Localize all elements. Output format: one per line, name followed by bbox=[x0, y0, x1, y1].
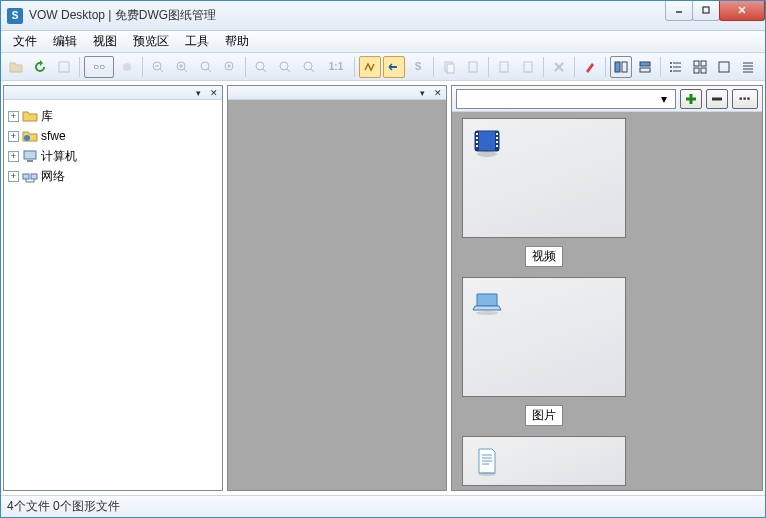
unknown-icon[interactable] bbox=[116, 56, 138, 78]
svg-rect-69 bbox=[476, 145, 478, 147]
app-icon: S bbox=[7, 8, 23, 24]
statusbar: 4个文件 0个图形文件 bbox=[1, 495, 765, 517]
expander-icon[interactable]: + bbox=[8, 171, 19, 182]
folder-icon bbox=[22, 108, 38, 124]
svg-line-21 bbox=[311, 69, 314, 72]
toolbar: ○○ 1:1 S bbox=[1, 53, 765, 81]
toggle-zigzag-icon[interactable] bbox=[359, 56, 381, 78]
svg-rect-66 bbox=[476, 133, 478, 135]
svg-point-5 bbox=[123, 63, 131, 71]
expander-icon[interactable]: + bbox=[8, 151, 19, 162]
status-text: 4个文件 0个图形文件 bbox=[7, 498, 120, 515]
network-icon bbox=[22, 168, 38, 184]
menu-edit[interactable]: 编辑 bbox=[45, 31, 85, 52]
svg-rect-51 bbox=[27, 160, 33, 162]
details-icon[interactable] bbox=[737, 56, 759, 78]
thumbnail-box bbox=[462, 436, 626, 486]
thumbnail-grid[interactable]: 视频 图片 bbox=[452, 112, 762, 490]
tree-node[interactable]: + 网络 bbox=[8, 166, 218, 186]
menu-file[interactable]: 文件 bbox=[5, 31, 45, 52]
video-icon bbox=[471, 127, 503, 159]
tree-node[interactable]: + 计算机 bbox=[8, 146, 218, 166]
remove-button[interactable] bbox=[706, 89, 728, 109]
grid-large-icon[interactable] bbox=[713, 56, 735, 78]
maximize-button[interactable] bbox=[692, 1, 720, 21]
tree-label: 计算机 bbox=[41, 148, 77, 165]
svg-rect-62 bbox=[747, 97, 749, 99]
folder-tree[interactable]: + 库 + sfwe + 计算机 + 网络 bbox=[4, 100, 222, 490]
layout-b-icon[interactable] bbox=[634, 56, 656, 78]
zoom-fit-icon[interactable] bbox=[53, 56, 75, 78]
zoom-reset-icon[interactable] bbox=[250, 56, 272, 78]
svg-line-10 bbox=[184, 69, 187, 72]
expander-icon[interactable]: + bbox=[8, 111, 19, 122]
thumbnail-item[interactable]: 视频 bbox=[462, 118, 626, 267]
delete-icon[interactable] bbox=[548, 56, 570, 78]
close-panel-icon[interactable]: ✕ bbox=[208, 87, 219, 98]
toggle-oo-icon[interactable]: ○○ bbox=[84, 56, 114, 78]
refresh-icon[interactable] bbox=[29, 56, 51, 78]
zoom-extent-icon[interactable] bbox=[274, 56, 296, 78]
menubar: 文件 编辑 视图 预览区 工具 帮助 bbox=[1, 31, 765, 53]
content-area: ▾ ✕ + 库 + sfwe + 计算机 bbox=[1, 81, 765, 495]
paste2-icon[interactable] bbox=[517, 56, 539, 78]
svg-rect-71 bbox=[496, 137, 498, 139]
thumbnail-item[interactable]: 图片 bbox=[462, 277, 626, 426]
separator bbox=[488, 57, 489, 77]
filter-combo[interactable]: ▾ bbox=[456, 89, 676, 109]
paste-icon[interactable] bbox=[493, 56, 515, 78]
clipboard-icon[interactable] bbox=[462, 56, 484, 78]
svg-rect-68 bbox=[476, 141, 478, 143]
separator bbox=[79, 57, 80, 77]
thumbnail-toolbar: ▾ bbox=[452, 86, 762, 112]
svg-rect-40 bbox=[694, 61, 699, 66]
menu-preview[interactable]: 预览区 bbox=[125, 31, 177, 52]
svg-point-20 bbox=[304, 62, 312, 70]
zoom-refresh-icon[interactable] bbox=[195, 56, 217, 78]
toggle-arrow-icon[interactable] bbox=[383, 56, 405, 78]
computer-icon bbox=[22, 148, 38, 164]
s-icon[interactable]: S bbox=[407, 56, 429, 78]
svg-point-38 bbox=[670, 66, 672, 68]
layout-a-icon[interactable] bbox=[610, 56, 632, 78]
svg-rect-31 bbox=[622, 62, 627, 72]
menu-help[interactable]: 帮助 bbox=[217, 31, 257, 52]
svg-point-74 bbox=[477, 151, 497, 157]
tree-node[interactable]: + sfwe bbox=[8, 126, 218, 146]
zoom-out-icon[interactable] bbox=[147, 56, 169, 78]
svg-point-80 bbox=[478, 472, 496, 476]
chevron-down-icon[interactable]: ▾ bbox=[657, 91, 671, 107]
zoom-left-icon[interactable] bbox=[219, 56, 241, 78]
close-button[interactable] bbox=[719, 1, 765, 21]
menu-view[interactable]: 视图 bbox=[85, 31, 125, 52]
svg-rect-44 bbox=[719, 62, 729, 72]
zoom-in-icon[interactable] bbox=[171, 56, 193, 78]
open-icon[interactable] bbox=[5, 56, 27, 78]
svg-rect-32 bbox=[640, 62, 650, 66]
ratio-label[interactable]: 1:1 bbox=[322, 56, 350, 78]
dropdown-icon[interactable]: ▾ bbox=[417, 87, 428, 98]
add-button[interactable] bbox=[680, 89, 702, 109]
menu-tools[interactable]: 工具 bbox=[177, 31, 217, 52]
dropdown-icon[interactable]: ▾ bbox=[193, 87, 204, 98]
svg-rect-72 bbox=[496, 141, 498, 143]
more-button[interactable] bbox=[732, 89, 758, 109]
svg-rect-52 bbox=[23, 174, 29, 179]
expander-icon[interactable]: + bbox=[8, 131, 19, 142]
thumbnail-box bbox=[462, 277, 626, 397]
close-panel-icon[interactable]: ✕ bbox=[432, 87, 443, 98]
svg-rect-33 bbox=[640, 68, 650, 72]
thumbnail-item[interactable] bbox=[462, 436, 626, 486]
minimize-button[interactable] bbox=[665, 1, 693, 21]
brush-icon[interactable] bbox=[579, 56, 601, 78]
svg-rect-43 bbox=[701, 68, 706, 73]
svg-rect-30 bbox=[615, 62, 620, 72]
grid-small-icon[interactable] bbox=[689, 56, 711, 78]
svg-rect-70 bbox=[496, 133, 498, 135]
tree-node[interactable]: + 库 bbox=[8, 106, 218, 126]
copy-icon[interactable] bbox=[438, 56, 460, 78]
tree-label: 库 bbox=[41, 108, 53, 125]
svg-point-18 bbox=[280, 62, 288, 70]
zoom-actual-icon[interactable] bbox=[298, 56, 320, 78]
list-icon[interactable] bbox=[665, 56, 687, 78]
